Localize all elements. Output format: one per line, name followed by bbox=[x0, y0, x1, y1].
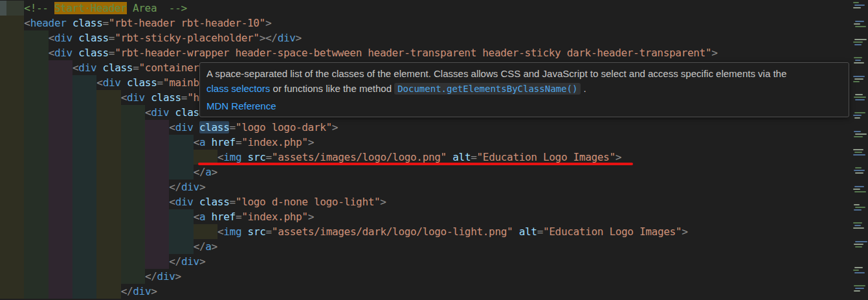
minimap-mark bbox=[853, 154, 865, 156]
code-token: class bbox=[78, 32, 109, 44]
indent-guide bbox=[49, 284, 72, 299]
minimap-mark bbox=[853, 227, 864, 229]
code-token: < bbox=[72, 62, 78, 74]
minimap-mark bbox=[855, 133, 867, 135]
code-token: class bbox=[199, 196, 230, 208]
code-token: "rbt-header rbt-header-10" bbox=[109, 17, 265, 29]
code-token bbox=[145, 91, 151, 104]
indent-guide bbox=[121, 165, 145, 179]
minimap-mark bbox=[855, 21, 864, 22]
code-token: "assets/images/logo/logo.png" bbox=[272, 151, 447, 163]
code-token: > bbox=[151, 285, 157, 297]
tooltip-line2-end: . bbox=[581, 83, 586, 94]
minimap-mark bbox=[855, 207, 865, 208]
minimap-mark bbox=[854, 44, 862, 45]
code-token: < bbox=[24, 17, 30, 29]
indent-guide bbox=[72, 239, 96, 254]
code-token: > bbox=[199, 255, 205, 268]
indent-guide bbox=[0, 16, 24, 30]
minimap-mark bbox=[854, 112, 865, 113]
indent-guide bbox=[72, 90, 96, 105]
code-token: "index.php" bbox=[241, 136, 307, 148]
code-token bbox=[121, 76, 127, 89]
minimap-mark bbox=[854, 39, 867, 40]
indent-guide bbox=[121, 269, 145, 284]
indent-guide bbox=[0, 239, 24, 254]
indent-guide bbox=[24, 269, 48, 284]
code-token: class bbox=[151, 91, 181, 104]
code-token bbox=[194, 121, 199, 133]
code-token: class bbox=[78, 47, 109, 59]
code-token: "rbt-header-wrapper header-space-betwwee… bbox=[115, 47, 711, 59]
code-line: <div class="logo logo-dark"> bbox=[0, 120, 851, 135]
minimap-cluster bbox=[853, 267, 867, 275]
minimap-cluster bbox=[853, 131, 867, 139]
indent-guide bbox=[49, 60, 72, 75]
code-token: a bbox=[199, 136, 205, 148]
code-token: = bbox=[109, 47, 115, 59]
indent-guide bbox=[96, 90, 120, 105]
code-token: div bbox=[103, 76, 121, 89]
indent-guide bbox=[72, 135, 96, 150]
code-token bbox=[447, 151, 452, 163]
code-token: > bbox=[212, 240, 217, 253]
indent-guide bbox=[72, 194, 96, 209]
indent-guide bbox=[72, 224, 96, 239]
code-token: div bbox=[78, 62, 96, 74]
code-token: > bbox=[380, 196, 386, 208]
code-token: "Education Logo Images" bbox=[477, 151, 616, 163]
indent-guide bbox=[24, 45, 48, 60]
code-token bbox=[67, 17, 72, 29]
indent-guide bbox=[169, 239, 193, 254]
code-token: class bbox=[72, 17, 103, 29]
indent-guide bbox=[145, 120, 169, 135]
indent-guide bbox=[49, 90, 72, 105]
code-token: <!-- bbox=[24, 2, 54, 14]
code-token: alt bbox=[452, 151, 471, 163]
indent-guide bbox=[96, 150, 120, 165]
indent-guide bbox=[24, 60, 48, 75]
indent-guide bbox=[24, 194, 48, 209]
indent-guide bbox=[96, 105, 120, 120]
minimap-mark bbox=[855, 241, 867, 242]
code-token bbox=[205, 211, 211, 223]
indent-guide bbox=[49, 179, 72, 194]
code-line: <div class="logo d-none logo-light"> bbox=[0, 194, 851, 209]
code-token: = bbox=[266, 225, 272, 238]
code-line: </div> bbox=[0, 179, 851, 194]
indent-guide bbox=[194, 224, 217, 239]
code-token: "index.php" bbox=[241, 211, 307, 223]
code-token: href bbox=[212, 136, 236, 148]
code-editor-window: <!-- Start·Header Area --><header class=… bbox=[0, 0, 868, 300]
indent-guide bbox=[0, 135, 24, 150]
indent-guide bbox=[121, 239, 145, 254]
code-token: </ bbox=[169, 181, 181, 193]
code-token: > bbox=[308, 211, 314, 223]
minimap-mark bbox=[855, 288, 864, 289]
code-token: > bbox=[332, 121, 338, 133]
code-token bbox=[241, 151, 247, 163]
indent-guide bbox=[121, 105, 145, 120]
code-token: > bbox=[296, 32, 302, 44]
code-token: div bbox=[175, 196, 194, 208]
minimap-mark bbox=[854, 62, 864, 63]
class-selectors-link[interactable]: class selectors bbox=[206, 83, 270, 94]
minimap-cluster bbox=[853, 39, 867, 47]
code-token: = bbox=[236, 211, 241, 223]
code-token: div bbox=[181, 181, 199, 193]
minimap-cluster bbox=[853, 112, 867, 120]
code-token: < bbox=[169, 121, 175, 133]
code-token: < bbox=[217, 225, 223, 238]
indent-guide bbox=[96, 284, 120, 299]
code-line: </div> bbox=[0, 284, 851, 299]
minimap-mark bbox=[853, 2, 859, 3]
minimap[interactable] bbox=[851, 0, 868, 300]
code-token: "h bbox=[187, 91, 199, 104]
code-token: clas bbox=[175, 106, 199, 119]
code-editor[interactable]: <!-- Start·Header Area --><header class=… bbox=[0, 1, 851, 299]
code-token bbox=[205, 136, 211, 148]
indent-guide bbox=[145, 179, 169, 194]
mdn-reference-link[interactable]: MDN Reference bbox=[206, 100, 276, 111]
indent-guide bbox=[49, 165, 72, 179]
code-token: a bbox=[199, 211, 205, 223]
